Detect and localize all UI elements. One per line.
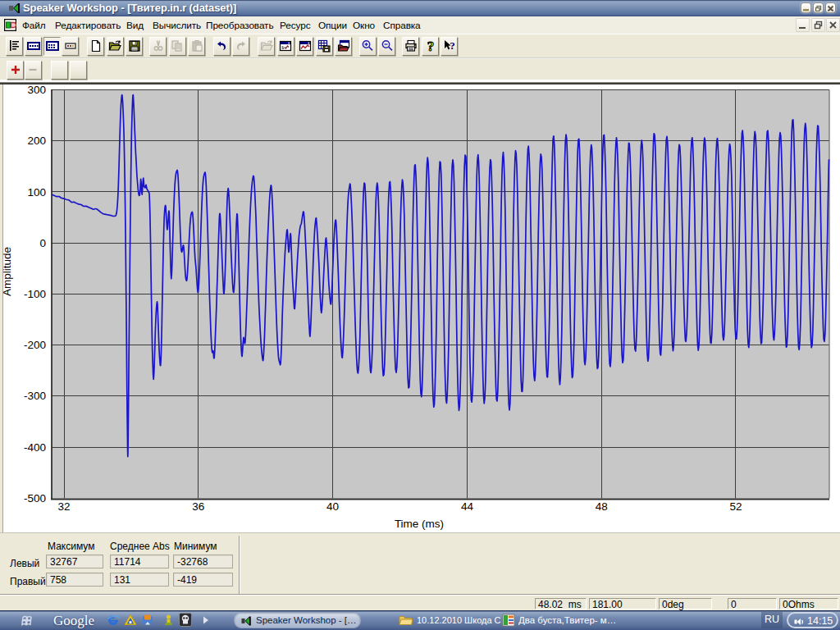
svg-text:40: 40 <box>326 500 339 513</box>
svg-text:?: ? <box>450 39 455 52</box>
svg-text:Time (ms): Time (ms) <box>395 518 444 530</box>
svg-text:48: 48 <box>596 500 608 513</box>
svg-text:Amplitude: Amplitude <box>1 247 13 296</box>
svg-text:-200: -200 <box>24 339 46 351</box>
svg-text:32: 32 <box>57 500 70 513</box>
svg-text:-100: -100 <box>24 288 46 300</box>
svg-text:52: 52 <box>729 500 742 513</box>
svg-text:-400: -400 <box>24 441 46 454</box>
svg-text:0: 0 <box>39 237 46 249</box>
svg-text:100: 100 <box>27 186 46 199</box>
svg-text:-500: -500 <box>24 492 46 504</box>
svg-text:200: 200 <box>27 135 46 147</box>
svg-text:44: 44 <box>461 500 474 513</box>
svg-text:?: ? <box>427 39 434 52</box>
svg-text:36: 36 <box>192 500 204 513</box>
svg-text:-300: -300 <box>24 390 46 402</box>
svg-text:300: 300 <box>27 84 46 96</box>
